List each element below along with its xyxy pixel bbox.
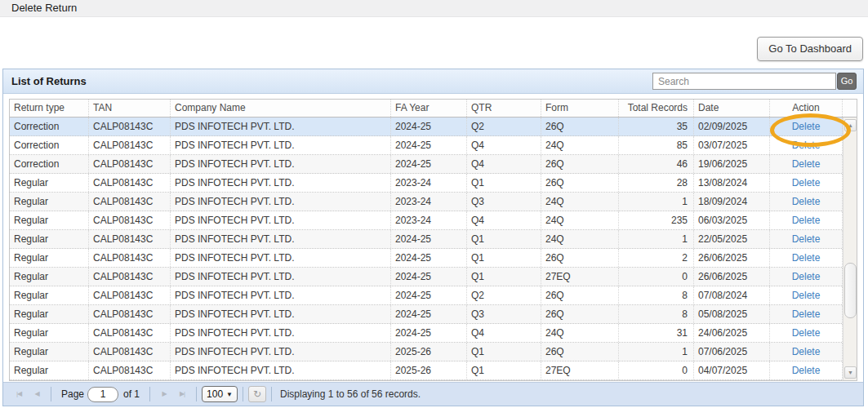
cell-qtr: Q3	[467, 305, 541, 323]
table-row[interactable]: Regular CALP08143C PDS INFOTECH PVT. LTD…	[10, 230, 857, 249]
cell-total-records: 31	[619, 324, 694, 342]
cell-total-records: 1	[619, 193, 694, 211]
go-to-dashboard-button[interactable]: Go To Dashboard	[757, 37, 863, 61]
delete-link[interactable]: Delete	[792, 177, 821, 188]
cell-form: 26Q	[541, 249, 619, 267]
table-row[interactable]: Regular CALP08143C PDS INFOTECH PVT. LTD…	[10, 193, 857, 211]
first-page-button[interactable]: |◀	[10, 386, 28, 402]
cell-form: 27EQ	[541, 361, 619, 379]
cell-action: Delete	[770, 155, 843, 173]
table-row[interactable]: Regular CALP08143C PDS INFOTECH PVT. LTD…	[10, 305, 857, 324]
cell-qtr: Q4	[467, 211, 541, 229]
search-input[interactable]	[652, 73, 836, 90]
delete-link[interactable]: Delete	[792, 158, 821, 170]
column-header-action[interactable]: Action	[770, 100, 843, 117]
cell-form: 26Q	[541, 343, 619, 361]
page-number-input[interactable]	[87, 387, 118, 402]
cell-return-type: Regular	[10, 305, 89, 323]
cell-tan: CALP08143C	[89, 230, 171, 248]
cell-qtr: Q1	[467, 230, 541, 248]
pager-bar: |◀ ◀ Page of 1 ▶ ▶| 100 ▼ ↻ Displaying 1…	[3, 382, 863, 406]
cell-qtr: Q4	[467, 155, 541, 173]
cell-form: 24Q	[541, 211, 619, 229]
vertical-scrollbar[interactable]: ▲ ▼	[843, 118, 857, 380]
cell-qtr: Q1	[467, 361, 541, 379]
delete-link[interactable]: Delete	[792, 233, 821, 245]
refresh-icon[interactable]: ↻	[248, 386, 266, 402]
table-row[interactable]: Correction CALP08143C PDS INFOTECH PVT. …	[10, 136, 857, 155]
table-row[interactable]: Regular CALP08143C PDS INFOTECH PVT. LTD…	[10, 174, 857, 193]
table-row[interactable]: Regular CALP08143C PDS INFOTECH PVT. LTD…	[10, 324, 857, 343]
pager-divider	[271, 387, 272, 401]
cell-date: 05/08/2025	[694, 305, 770, 323]
cell-qtr: Q4	[467, 136, 541, 154]
last-page-button[interactable]: ▶|	[173, 386, 191, 402]
delete-link[interactable]: Delete	[792, 140, 821, 151]
cell-date: 07/08/2024	[694, 286, 770, 304]
search-bar: Go	[652, 73, 857, 90]
column-header-total-records[interactable]: Total Records	[619, 100, 694, 117]
delete-link[interactable]: Delete	[792, 290, 821, 301]
cell-qtr: Q1	[467, 249, 541, 267]
cell-form: 26Q	[541, 305, 619, 323]
table-rows-container: Correction CALP08143C PDS INFOTECH PVT. …	[10, 118, 857, 380]
delete-link[interactable]: Delete	[792, 121, 821, 132]
cell-form: 26Q	[541, 118, 619, 135]
delete-link[interactable]: Delete	[792, 346, 821, 357]
cell-company-name: PDS INFOTECH PVT. LTD.	[171, 155, 391, 173]
header-scrollbar-filler	[843, 100, 857, 117]
table-row[interactable]: Regular CALP08143C PDS INFOTECH PVT. LTD…	[10, 268, 857, 286]
delete-link[interactable]: Delete	[792, 308, 821, 320]
delete-return-page: Delete Return Go To Dashboard List of Re…	[0, 0, 868, 408]
column-header-return-type[interactable]: Return type	[10, 100, 89, 117]
column-header-company-name[interactable]: Company Name	[171, 100, 391, 117]
scroll-up-icon[interactable]: ▲	[844, 119, 857, 131]
delete-link[interactable]: Delete	[792, 196, 821, 207]
table-row[interactable]: Regular CALP08143C PDS INFOTECH PVT. LTD…	[10, 361, 857, 380]
delete-link[interactable]: Delete	[792, 215, 821, 226]
cell-qtr: Q2	[467, 286, 541, 304]
cell-qtr: Q1	[467, 343, 541, 361]
prev-page-button[interactable]: ◀	[28, 386, 46, 402]
table-row[interactable]: Regular CALP08143C PDS INFOTECH PVT. LTD…	[10, 286, 857, 305]
page-size-select[interactable]: 100 ▼	[202, 386, 238, 402]
search-go-button[interactable]: Go	[837, 73, 857, 90]
cell-action: Delete	[770, 324, 843, 342]
column-header-qtr[interactable]: QTR	[467, 100, 541, 117]
cell-fa-year: 2024-25	[391, 324, 467, 342]
delete-link[interactable]: Delete	[792, 271, 821, 282]
column-header-tan[interactable]: TAN	[89, 100, 171, 117]
cell-return-type: Regular	[10, 211, 89, 229]
cell-form: 24Q	[541, 324, 619, 342]
delete-link[interactable]: Delete	[792, 252, 821, 264]
column-header-date[interactable]: Date	[694, 100, 770, 117]
cell-total-records: 1	[619, 230, 694, 248]
cell-date: 07/06/2025	[694, 343, 770, 361]
page-size-value: 100	[207, 388, 223, 400]
cell-date: 19/06/2025	[694, 155, 770, 173]
delete-link[interactable]: Delete	[792, 365, 821, 376]
table-row[interactable]: Regular CALP08143C PDS INFOTECH PVT. LTD…	[10, 249, 857, 268]
cell-fa-year: 2024-25	[391, 155, 467, 173]
cell-fa-year: 2024-25	[391, 305, 467, 323]
cell-return-type: Regular	[10, 361, 89, 379]
table-row[interactable]: Correction CALP08143C PDS INFOTECH PVT. …	[10, 155, 857, 174]
column-header-fa-year[interactable]: FA Year	[391, 100, 467, 117]
scrollbar-thumb[interactable]	[844, 263, 857, 318]
cell-date: 06/03/2025	[694, 211, 770, 229]
cell-return-type: Correction	[10, 118, 89, 135]
cell-company-name: PDS INFOTECH PVT. LTD.	[171, 193, 391, 211]
chevron-down-icon: ▼	[226, 391, 233, 398]
table-row[interactable]: Regular CALP08143C PDS INFOTECH PVT. LTD…	[10, 211, 857, 230]
cell-action: Delete	[770, 118, 843, 135]
table-row[interactable]: Regular CALP08143C PDS INFOTECH PVT. LTD…	[10, 343, 857, 361]
next-page-button[interactable]: ▶	[155, 386, 173, 402]
scroll-down-icon[interactable]: ▼	[844, 366, 857, 379]
delete-link[interactable]: Delete	[792, 327, 821, 339]
table-row[interactable]: Correction CALP08143C PDS INFOTECH PVT. …	[10, 118, 857, 136]
cell-total-records: 85	[619, 136, 694, 154]
cell-return-type: Regular	[10, 174, 89, 192]
column-header-form[interactable]: Form	[541, 100, 619, 117]
cell-qtr: Q1	[467, 268, 541, 286]
cell-date: 26/06/2025	[694, 268, 770, 286]
